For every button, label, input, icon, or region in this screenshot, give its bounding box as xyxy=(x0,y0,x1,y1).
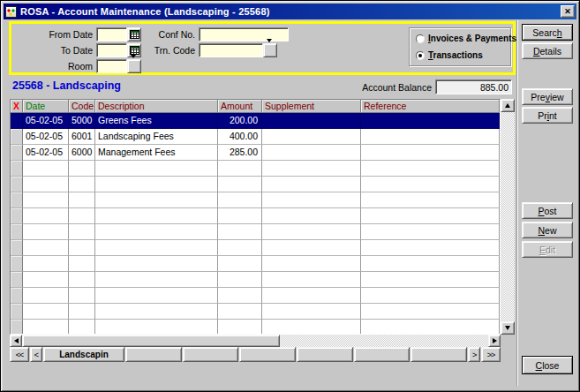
cell-empty xyxy=(69,161,95,177)
table-row-empty[interactable] xyxy=(11,192,500,208)
cell-empty xyxy=(23,192,69,208)
print-button[interactable]: Print xyxy=(522,107,573,124)
cell-empty xyxy=(95,272,218,288)
table-row-empty[interactable] xyxy=(11,240,500,256)
horizontal-scroll-thumb[interactable] xyxy=(22,335,280,347)
tab-empty[interactable] xyxy=(411,347,467,362)
conf-no-input[interactable] xyxy=(199,27,289,41)
to-date-input[interactable] xyxy=(96,43,127,57)
radio-transactions[interactable]: Transactions xyxy=(416,50,483,60)
cell-empty xyxy=(361,161,500,177)
cell-empty xyxy=(361,256,500,272)
close-icon[interactable]: ✕ xyxy=(561,5,575,18)
cell-empty xyxy=(23,177,69,192)
tab-first-button[interactable]: << xyxy=(10,347,29,362)
from-date-calendar-button[interactable] xyxy=(127,27,141,41)
trn-code-dropdown-button[interactable] xyxy=(263,43,277,57)
details-button[interactable]: Details xyxy=(522,42,573,59)
column-header-code[interactable]: Code xyxy=(69,100,95,113)
tab-empty[interactable] xyxy=(297,347,353,362)
cell-supplement xyxy=(262,145,361,161)
tab-empty[interactable] xyxy=(239,347,296,362)
scroll-up-icon xyxy=(505,103,510,108)
column-header-x[interactable]: X xyxy=(11,100,23,113)
room-input[interactable] xyxy=(96,59,127,73)
cell-empty xyxy=(95,208,218,224)
cell-code: 6000 xyxy=(69,145,95,161)
table-row-empty[interactable] xyxy=(11,288,500,304)
scroll-up-button[interactable] xyxy=(501,99,515,112)
cell-empty xyxy=(218,320,262,335)
post-button[interactable]: Post xyxy=(522,202,573,219)
row-x-cell[interactable] xyxy=(11,113,23,129)
cell-empty xyxy=(361,192,500,208)
search-button[interactable]: Search xyxy=(522,24,573,41)
tab-empty[interactable] xyxy=(183,347,239,362)
table-row-empty[interactable] xyxy=(11,320,500,335)
cell-empty xyxy=(361,272,500,288)
cell-empty xyxy=(23,304,69,320)
trn-code-label: Trn. Code xyxy=(144,45,195,56)
radio-transactions-label: Transactions xyxy=(428,50,483,60)
table-row-empty[interactable] xyxy=(11,256,500,272)
transactions-table: X Date Code Description Amount Supplemen… xyxy=(10,99,501,335)
tab-next-button[interactable]: > xyxy=(468,347,480,362)
cell-empty xyxy=(23,256,69,272)
cell-empty xyxy=(95,304,218,320)
column-header-supplement[interactable]: Supplement xyxy=(262,100,361,113)
table-row-empty[interactable] xyxy=(11,177,500,192)
vertical-scroll-track[interactable] xyxy=(501,112,515,321)
cell-empty xyxy=(95,224,218,240)
from-date-input[interactable] xyxy=(96,27,127,41)
cell-empty xyxy=(218,256,262,272)
column-header-description[interactable]: Description xyxy=(95,100,218,113)
tab-landscaping[interactable]: Landscapin xyxy=(43,347,124,362)
table-row[interactable]: 05-02-05 6000 Management Fees 285.00 xyxy=(11,145,500,161)
cell-empty xyxy=(218,208,262,224)
close-button[interactable]: Close xyxy=(522,356,573,374)
table-row-empty[interactable] xyxy=(11,224,500,240)
table-row[interactable]: 05-02-05 5000 Greens Fees 200.00 xyxy=(11,113,500,129)
table-row-empty[interactable] xyxy=(11,272,500,288)
row-x-cell xyxy=(11,208,23,224)
column-header-amount[interactable]: Amount xyxy=(218,100,262,113)
cell-empty xyxy=(218,224,262,240)
table-row[interactable]: 05-02-05 6001 Landscaping Fees 400.00 xyxy=(11,129,500,145)
radio-invoices-payments[interactable]: Invoices & Payments xyxy=(416,34,516,43)
table-body: 05-02-05 5000 Greens Fees 200.00 05-02-0… xyxy=(11,113,500,335)
scroll-down-button[interactable] xyxy=(501,321,515,335)
preview-button[interactable]: Preview xyxy=(522,88,573,105)
table-row-empty[interactable] xyxy=(11,304,500,320)
cell-empty xyxy=(23,161,69,177)
table-row-empty[interactable] xyxy=(11,208,500,224)
tab-empty[interactable] xyxy=(125,347,182,362)
trn-code-input[interactable] xyxy=(199,43,263,57)
scroll-right-button[interactable] xyxy=(488,335,501,347)
column-header-reference[interactable]: Reference xyxy=(361,100,500,113)
tab-prev-button[interactable]: < xyxy=(30,347,42,362)
tab-empty[interactable] xyxy=(354,347,411,362)
scroll-left-button[interactable] xyxy=(10,335,22,347)
app-icon xyxy=(5,6,17,18)
cell-empty xyxy=(69,192,95,208)
cell-code: 6001 xyxy=(69,129,95,145)
cell-empty xyxy=(361,208,500,224)
cell-empty xyxy=(95,192,218,208)
room-dropdown-button[interactable] xyxy=(127,59,141,73)
cell-date: 05-02-05 xyxy=(23,145,69,161)
cell-empty xyxy=(361,320,500,335)
cell-reference xyxy=(361,113,500,129)
cell-empty xyxy=(69,224,95,240)
table-row-empty[interactable] xyxy=(11,161,500,177)
column-header-date[interactable]: Date xyxy=(23,100,69,113)
conf-no-label: Conf No. xyxy=(144,29,195,40)
row-x-cell xyxy=(11,320,23,335)
account-balance-label: Account Balance xyxy=(336,82,432,93)
scroll-down-icon xyxy=(505,326,510,330)
tab-last-button[interactable]: >> xyxy=(481,347,501,362)
row-x-cell xyxy=(11,177,23,192)
row-x-cell[interactable] xyxy=(11,145,23,161)
row-x-cell[interactable] xyxy=(11,129,23,145)
cell-empty xyxy=(23,208,69,224)
new-button[interactable]: New xyxy=(522,222,573,238)
